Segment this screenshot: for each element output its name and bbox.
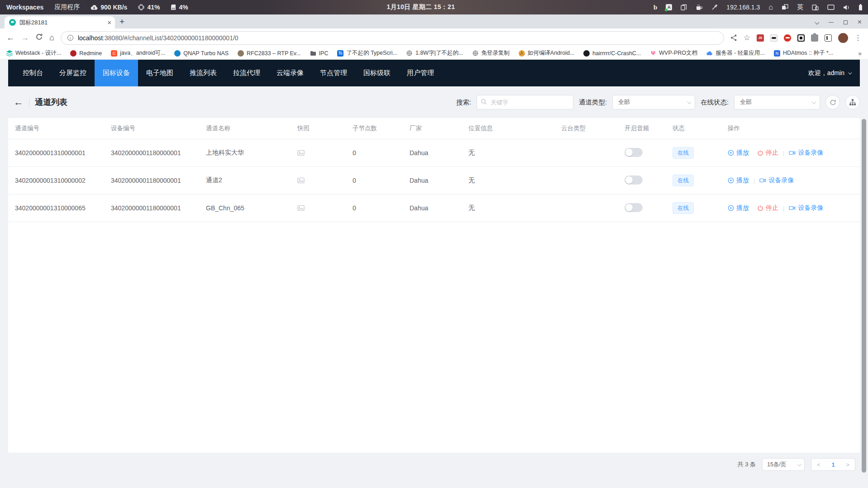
page-size-select[interactable]: 15条/页 bbox=[762, 458, 805, 471]
back-button[interactable]: ← bbox=[6, 33, 14, 43]
nav-item-users[interactable]: 用户管理 bbox=[399, 60, 442, 86]
applications-menu[interactable]: 应用程序 bbox=[54, 3, 80, 11]
bookmark-github[interactable]: hairrrrr/C-CrashC... bbox=[583, 50, 641, 57]
device-record-button[interactable]: 设备录像 bbox=[759, 176, 794, 185]
extension-js-icon[interactable]: JS bbox=[757, 34, 764, 42]
nav-item-gb-cascade[interactable]: 国标级联 bbox=[355, 60, 399, 86]
forward-button[interactable]: → bbox=[21, 33, 29, 43]
site-info-icon[interactable]: i bbox=[67, 35, 73, 41]
home-tray-icon[interactable]: ⌂ bbox=[768, 3, 773, 11]
nav-item-push-streams[interactable]: 推流列表 bbox=[181, 60, 225, 86]
play-button[interactable]: 播放 bbox=[728, 149, 749, 157]
audio-toggle[interactable] bbox=[625, 175, 643, 185]
address-bar[interactable]: i localhost:38080/#/channelList/34020000… bbox=[61, 31, 724, 45]
page-scrollbar[interactable] bbox=[862, 119, 866, 473]
status-badge: 在线 bbox=[672, 175, 694, 186]
bing-tray-icon[interactable]: b bbox=[653, 4, 657, 11]
stop-button[interactable]: 停止 bbox=[757, 204, 778, 212]
chevron-down-icon bbox=[797, 462, 802, 466]
volume-icon[interactable] bbox=[843, 5, 850, 10]
extension-frame-icon[interactable] bbox=[797, 34, 805, 42]
network-speed-indicator[interactable]: 900 KB/s bbox=[91, 4, 127, 11]
device-record-button[interactable]: 设备录像 bbox=[789, 204, 823, 212]
audio-toggle[interactable] bbox=[625, 203, 643, 212]
snapshot-image-icon[interactable] bbox=[291, 150, 346, 156]
nav-item-gb-devices[interactable]: 国标设备 bbox=[95, 60, 138, 86]
browser-profile-avatar[interactable] bbox=[838, 33, 848, 43]
bookmark-cloud-server[interactable]: 服务器 - 轻量应用... bbox=[706, 49, 765, 57]
play-button[interactable]: 播放 bbox=[728, 176, 749, 185]
prev-page-button[interactable]: < bbox=[811, 461, 826, 468]
bookmark-webstack[interactable]: Webstack - 设计... bbox=[6, 49, 61, 57]
audio-toggle[interactable] bbox=[625, 148, 643, 157]
reload-button[interactable] bbox=[35, 33, 43, 43]
bookmark-star-icon[interactable]: ☆ bbox=[744, 33, 750, 43]
dropper-tray-icon[interactable] bbox=[711, 4, 718, 10]
refresh-button[interactable] bbox=[825, 95, 840, 109]
device-record-button[interactable]: 设备录像 bbox=[789, 149, 823, 157]
cpu-usage-indicator[interactable]: 41% bbox=[138, 4, 160, 11]
play-button[interactable]: 播放 bbox=[728, 204, 749, 212]
home-button[interactable]: ⌂ bbox=[49, 33, 54, 43]
device-tree-button[interactable] bbox=[845, 95, 860, 109]
table-row: 34020000001310000002 3402000000118000000… bbox=[8, 167, 860, 194]
ip-address-indicator[interactable]: 192.168.1.3 bbox=[726, 4, 760, 11]
snapshot-image-icon[interactable] bbox=[291, 205, 346, 211]
bookmark-wvp-docs[interactable]: ΨWVP-PRO文档 bbox=[650, 49, 697, 57]
current-page-button[interactable]: 1 bbox=[826, 461, 840, 468]
bookmark-csdn[interactable]: Cjava、android可... bbox=[111, 49, 165, 57]
user-menu[interactable]: 欢迎，admin bbox=[808, 69, 860, 77]
monitor-tray-icon[interactable] bbox=[827, 5, 835, 10]
input-method-indicator[interactable]: 英 bbox=[797, 3, 803, 11]
nav-item-split-screen[interactable]: 分屏监控 bbox=[51, 60, 95, 86]
nav-item-console[interactable]: 控制台 bbox=[14, 60, 51, 86]
more-bookmarks-chevron[interactable]: » bbox=[858, 50, 862, 57]
tab-search-chevron-icon[interactable] bbox=[815, 20, 819, 24]
bookmark-rfc2833[interactable]: RFC2833 – RTP Ev... bbox=[238, 50, 301, 57]
nav-item-nodes[interactable]: 节点管理 bbox=[312, 60, 355, 86]
nav-item-map[interactable]: 电子地图 bbox=[138, 60, 181, 86]
search-input[interactable] bbox=[477, 95, 573, 109]
memory-usage-indicator[interactable]: 4% bbox=[171, 4, 188, 11]
bookmark-redmine[interactable]: Redmine bbox=[70, 50, 102, 57]
window-switcher-icon[interactable] bbox=[782, 4, 788, 10]
browser-tab[interactable]: 国标28181 × bbox=[5, 16, 115, 28]
workspaces-button[interactable]: Workspaces bbox=[6, 4, 43, 11]
page-back-button[interactable]: ← bbox=[14, 96, 24, 108]
bookmark-qnap[interactable]: QNAP Turbo NAS bbox=[174, 50, 229, 57]
bookmark-ipc-folder[interactable]: IPC bbox=[310, 50, 329, 57]
next-page-button[interactable]: > bbox=[840, 461, 855, 468]
clock[interactable]: 1月10日 星期二 15：21 bbox=[188, 3, 653, 11]
close-window-button[interactable]: × bbox=[858, 19, 862, 26]
header-actions: 操作 bbox=[721, 124, 860, 133]
reading-list-icon[interactable] bbox=[825, 34, 832, 42]
minimize-window-button[interactable] bbox=[829, 22, 834, 23]
online-status-select[interactable]: 全部 bbox=[734, 95, 820, 109]
bookmark-android-build[interactable]: 人如何编译Android... bbox=[519, 49, 575, 57]
bookmark-article-1[interactable]: 1.8W字|了不起的... bbox=[406, 49, 463, 57]
coffee-tray-icon[interactable] bbox=[696, 4, 703, 10]
new-tab-button[interactable]: + bbox=[119, 17, 124, 27]
bookmark-hdatmos[interactable]: NHDAtmos :: 种子 *... bbox=[774, 49, 833, 57]
cell-children-count: 0 bbox=[346, 149, 403, 156]
extensions-puzzle-icon[interactable] bbox=[811, 34, 818, 42]
bookmark-copy-tool[interactable]: 免登录复制 bbox=[472, 49, 510, 57]
clipboard-tray-icon[interactable] bbox=[681, 4, 687, 10]
bookmark-zhihu[interactable]: 知了不起的 TypeScri... bbox=[337, 49, 397, 57]
battery-icon[interactable] bbox=[858, 4, 863, 11]
extension-glasses-icon[interactable] bbox=[770, 34, 777, 42]
nav-item-pull-proxy[interactable]: 拉流代理 bbox=[225, 60, 268, 86]
tab-close-icon[interactable]: × bbox=[107, 19, 111, 26]
extension-adblock-icon[interactable] bbox=[784, 34, 791, 42]
nav-item-cloud-record[interactable]: 云端录像 bbox=[268, 60, 312, 86]
channel-type-select[interactable]: 全部 bbox=[612, 95, 695, 109]
maximize-window-button[interactable] bbox=[844, 20, 848, 24]
browser-menu-icon[interactable]: ⋮ bbox=[854, 33, 862, 42]
share-icon[interactable] bbox=[730, 34, 737, 41]
total-count-label: 共 3 条 bbox=[738, 460, 756, 469]
stop-button[interactable]: 停止 bbox=[757, 149, 778, 157]
snapshot-image-icon[interactable] bbox=[291, 177, 346, 184]
screenshare-tray-icon[interactable] bbox=[812, 4, 819, 10]
cell-device-id: 34020000001180000001 bbox=[104, 204, 199, 212]
notes-tray-icon[interactable]: A bbox=[666, 4, 672, 10]
